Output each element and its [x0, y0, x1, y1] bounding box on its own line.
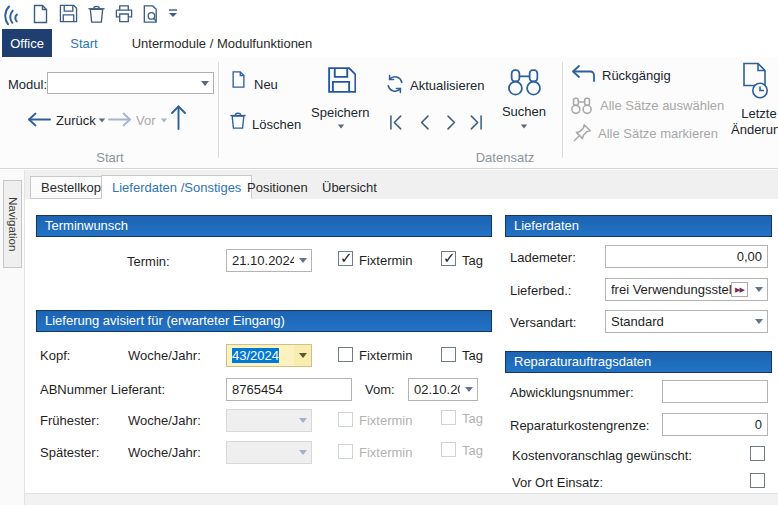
chevron-down-icon[interactable]	[294, 345, 311, 366]
fruehester-tag-label: Tag	[462, 411, 483, 426]
mark-all-button[interactable]: Alle Sätze markieren	[598, 126, 718, 141]
new-icon[interactable]	[230, 70, 247, 89]
chevron-down-icon[interactable]	[750, 311, 767, 332]
undo-button[interactable]: Rückgängig	[602, 68, 671, 83]
vom-label: Vom:	[365, 382, 395, 397]
back-button[interactable]: Zurück	[56, 113, 96, 128]
abnummer-input[interactable]	[226, 378, 352, 401]
kostengrenze-input[interactable]	[662, 413, 768, 436]
abwicklungsnummer-input[interactable]	[662, 380, 768, 403]
spaetester-woche-jahr-combobox	[226, 441, 312, 464]
ribbon: Modul: Zurück Vor Start	[0, 57, 778, 169]
kopf-woche-jahr-value: 43/2024	[232, 348, 279, 363]
next-record-icon[interactable]	[442, 114, 460, 131]
prev-record-icon[interactable]	[416, 114, 434, 131]
chevron-down-icon	[294, 442, 311, 463]
save-icon[interactable]	[59, 4, 78, 23]
modul-label: Modul:	[8, 77, 47, 92]
delete-button[interactable]: Löschen	[252, 117, 301, 132]
chevron-down-icon	[294, 410, 311, 431]
fast-forward-icon[interactable]: ▶▶	[731, 282, 748, 297]
search-button[interactable]: Suchen	[495, 104, 553, 119]
back-icon[interactable]	[27, 112, 51, 127]
delete-icon[interactable]	[87, 4, 106, 24]
kopf-label: Kopf:	[40, 348, 70, 363]
fruehester-woche-jahr-combobox	[226, 409, 312, 432]
lieferbed-label: Lieferbed.:	[510, 283, 571, 298]
tab-positionen[interactable]: Positionen	[237, 176, 318, 199]
mark-all-icon[interactable]	[572, 123, 592, 143]
kopf-fixtermin-checkbox[interactable]	[338, 347, 353, 362]
chevron-down-icon[interactable]	[197, 81, 213, 86]
print-icon[interactable]	[114, 4, 134, 23]
section-header-terminwunsch: Terminwunsch	[36, 215, 492, 237]
versandart-label: Versandart:	[510, 315, 577, 330]
fruehester-fixtermin-label: Fixtermin	[359, 413, 412, 428]
quick-access-toolbar	[0, 0, 778, 29]
new-icon[interactable]	[31, 4, 50, 24]
tab-uebersicht[interactable]: Übersicht	[312, 176, 387, 199]
tab-lieferdaten-sonstiges[interactable]: Lieferdaten /Sonstiges	[101, 175, 252, 199]
chevron-down-icon[interactable]	[750, 279, 767, 300]
last-change-button[interactable]: Letzte Änderung	[731, 106, 778, 138]
termin-date-combobox[interactable]: 21.10.2024	[226, 249, 312, 272]
new-button[interactable]: Neu	[254, 77, 278, 92]
versandart-value: Standard	[611, 314, 750, 329]
delete-icon[interactable]	[229, 111, 247, 130]
app-logo-icon[interactable]	[2, 3, 24, 25]
lademeter-input[interactable]	[605, 245, 768, 268]
qat-more-icon[interactable]	[168, 9, 178, 18]
forward-dropdown-icon[interactable]	[161, 119, 167, 123]
spaetester-tag-checkbox	[441, 442, 456, 457]
section-header-avisiert: Lieferung avisiert für (erwarteter Einga…	[36, 310, 492, 332]
undo-icon[interactable]	[570, 64, 596, 84]
termin-value: 21.10.2024	[232, 253, 294, 268]
select-all-button[interactable]: Alle Sätze auswählen	[600, 98, 724, 113]
spaetester-fixtermin-checkbox	[338, 444, 353, 459]
spaetester-label: Spätester:	[40, 445, 99, 460]
save-icon[interactable]	[326, 65, 356, 95]
back-dropdown-icon[interactable]	[99, 119, 105, 123]
search-dropdown-icon[interactable]	[521, 125, 527, 129]
refresh-button[interactable]: Aktualisieren	[410, 78, 484, 93]
vom-date-combobox[interactable]: 02.10.202	[408, 378, 478, 401]
ribbon-tab-start[interactable]: Start	[58, 29, 110, 57]
print-preview-icon[interactable]	[141, 4, 160, 24]
ribbon-separator	[562, 62, 563, 158]
fixtermin-checkbox[interactable]	[338, 251, 353, 266]
chevron-down-icon[interactable]	[294, 250, 311, 271]
last-record-icon[interactable]	[467, 114, 485, 131]
lieferbed-combobox[interactable]: frei Verwendungsstel ▶▶	[605, 278, 768, 301]
forward-icon[interactable]	[108, 112, 132, 127]
tag-label: Tag	[462, 253, 483, 268]
kostengrenze-label: Reparaturkostengrenze:	[510, 418, 649, 433]
save-button[interactable]: Speichern	[311, 105, 370, 120]
kostenvoranschlag-checkbox[interactable]	[750, 446, 765, 461]
section-header-reparatur: Reparaturauftragsdaten	[505, 351, 772, 373]
kopf-woche-jahr-combobox[interactable]: 43/2024	[226, 344, 312, 367]
modul-combobox[interactable]	[47, 72, 214, 94]
up-icon[interactable]	[170, 104, 187, 131]
vom-value: 02.10.202	[414, 382, 460, 397]
chevron-down-icon[interactable]	[460, 379, 477, 400]
kopf-tag-checkbox[interactable]	[441, 347, 456, 362]
kopf-fixtermin-label: Fixtermin	[359, 348, 412, 363]
search-icon[interactable]	[506, 67, 543, 97]
refresh-icon[interactable]	[385, 74, 405, 94]
forward-button[interactable]: Vor	[136, 113, 156, 128]
ribbon-tab-office[interactable]: Office	[2, 29, 52, 57]
kopf-woche-jahr-label: Woche/Jahr:	[128, 348, 201, 363]
kopf-tag-label: Tag	[462, 348, 483, 363]
navigation-side-tab[interactable]: Navigation	[3, 180, 22, 268]
select-all-icon[interactable]	[570, 96, 593, 115]
save-dropdown-icon[interactable]	[338, 125, 344, 129]
first-record-icon[interactable]	[387, 114, 405, 131]
versandart-combobox[interactable]: Standard	[605, 310, 768, 333]
tag-checkbox[interactable]	[441, 251, 456, 266]
abwicklungsnummer-label: Abwicklungsnummer:	[510, 385, 634, 400]
ribbon-group-datensatz-label: Datensatz	[440, 150, 570, 165]
spaetester-fixtermin-label: Fixtermin	[359, 445, 412, 460]
last-change-icon[interactable]	[740, 62, 770, 100]
vorort-checkbox[interactable]	[750, 473, 765, 488]
ribbon-tab-untermodule[interactable]: Untermodule / Modulfunktionen	[116, 29, 328, 57]
